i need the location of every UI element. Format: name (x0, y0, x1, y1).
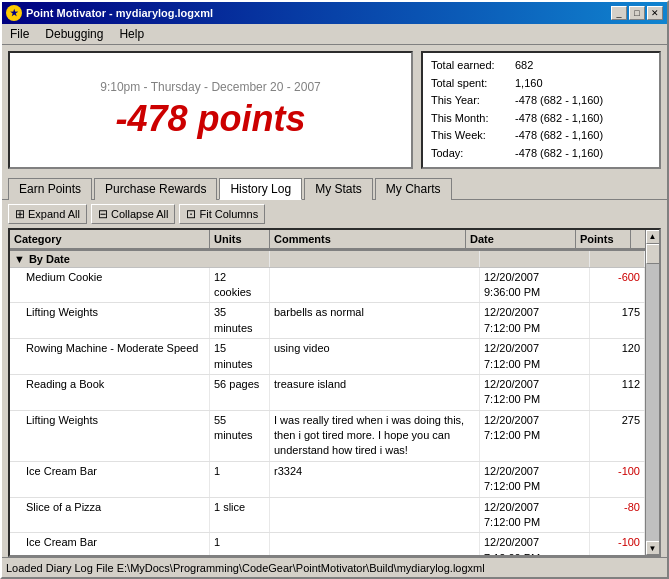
cell-category: Medium Cookie (10, 268, 210, 303)
datetime-points-box: 9:10pm - Thursday - December 20 - 2007 -… (8, 51, 413, 169)
expand-all-button[interactable]: ⊞ Expand All (8, 204, 87, 224)
this-week-label: This Week: (431, 127, 511, 145)
toolbar: ⊞ Expand All ⊟ Collapse All ⊡ Fit Column… (2, 200, 667, 228)
cell-points: 275 (590, 411, 645, 461)
cell-points: -100 (590, 533, 645, 555)
cell-units: 56 pages (210, 375, 270, 410)
cell-date: 12/20/2007 7:12:00 PM (480, 375, 590, 410)
this-year-value: -478 (682 - 1,160) (515, 92, 603, 110)
tab-purchase-rewards[interactable]: Purchase Rewards (94, 178, 217, 200)
tab-my-charts[interactable]: My Charts (375, 178, 452, 200)
table-row[interactable]: Slice of a Pizza1 slice12/20/2007 7:12:0… (10, 498, 645, 534)
cell-units: 1 slice (210, 498, 270, 533)
table-row[interactable]: Lifting Weights35 minutesbarbells as nor… (10, 303, 645, 339)
tab-history-log[interactable]: History Log (219, 178, 302, 200)
cell-comments: using video (270, 339, 480, 374)
col-scroll-placeholder (631, 230, 645, 249)
cell-comments (270, 533, 480, 555)
total-spent-value: 1,160 (515, 75, 543, 93)
today-value: -478 (682 - 1,160) (515, 145, 603, 163)
table-row[interactable]: Ice Cream Bar112/20/2007 7:12:00 PM-100 (10, 533, 645, 555)
main-window: ★ Point Motivator - mydiarylog.logxml _ … (0, 0, 669, 579)
col-units: Units (210, 230, 270, 249)
cell-units: 15 minutes (210, 339, 270, 374)
table-row[interactable]: Rowing Machine - Moderate Speed15 minute… (10, 339, 645, 375)
group-label: By Date (29, 253, 70, 265)
scroll-up-button[interactable]: ▲ (646, 230, 660, 244)
today-label: Today: (431, 145, 511, 163)
cell-category: Lifting Weights (10, 303, 210, 338)
status-bar: Loaded Diary Log File E:\MyDocs\Programm… (2, 557, 667, 577)
fit-columns-label: Fit Columns (199, 208, 258, 220)
scroll-track[interactable] (646, 244, 660, 541)
close-button[interactable]: ✕ (647, 6, 663, 20)
this-month-label: This Month: (431, 110, 511, 128)
expand-all-icon: ⊞ (15, 207, 25, 221)
collapse-all-button[interactable]: ⊟ Collapse All (91, 204, 175, 224)
total-spent-label: Total spent: (431, 75, 511, 93)
expand-all-label: Expand All (28, 208, 80, 220)
vertical-scrollbar[interactable]: ▲ ▼ (645, 230, 659, 555)
minimize-button[interactable]: _ (611, 6, 627, 20)
cell-units: 1 (210, 462, 270, 497)
cell-category: Rowing Machine - Moderate Speed (10, 339, 210, 374)
table-row[interactable]: Medium Cookie12 cookies12/20/2007 9:36:0… (10, 268, 645, 304)
tabs-bar: Earn Points Purchase Rewards History Log… (2, 177, 667, 200)
cell-comments: treasure island (270, 375, 480, 410)
menu-help[interactable]: Help (115, 26, 148, 42)
table-row[interactable]: Ice Cream Bar1r332412/20/2007 7:12:00 PM… (10, 462, 645, 498)
col-points: Points (576, 230, 631, 249)
title-buttons: _ □ ✕ (611, 6, 663, 20)
table-body[interactable]: ▼ By Date Medium Cookie12 cookies12/20/2… (10, 251, 645, 555)
group-expand-icon[interactable]: ▼ (14, 253, 25, 265)
col-category: Category (10, 230, 210, 249)
table-row[interactable]: Lifting Weights55 minutesI was really ti… (10, 411, 645, 462)
cell-date: 12/20/2007 7:12:00 PM (480, 533, 590, 555)
scroll-down-button[interactable]: ▼ (646, 541, 660, 555)
cell-points: 112 (590, 375, 645, 410)
cell-category: Ice Cream Bar (10, 533, 210, 555)
cell-points: -80 (590, 498, 645, 533)
cell-category: Slice of a Pizza (10, 498, 210, 533)
scroll-thumb[interactable] (646, 244, 660, 264)
cell-date: 12/20/2007 7:12:00 PM (480, 462, 590, 497)
cell-category: Lifting Weights (10, 411, 210, 461)
cell-comments: barbells as normal (270, 303, 480, 338)
cell-units: 12 cookies (210, 268, 270, 303)
maximize-button[interactable]: □ (629, 6, 645, 20)
cell-points: -600 (590, 268, 645, 303)
tab-my-stats[interactable]: My Stats (304, 178, 373, 200)
cell-comments (270, 268, 480, 303)
title-bar-left: ★ Point Motivator - mydiarylog.logxml (6, 5, 213, 21)
fit-columns-button[interactable]: ⊡ Fit Columns (179, 204, 265, 224)
cell-points: -100 (590, 462, 645, 497)
status-text: Loaded Diary Log File E:\MyDocs\Programm… (6, 562, 485, 574)
points-display: -478 points (115, 98, 305, 140)
col-comments: Comments (270, 230, 466, 249)
menu-debugging[interactable]: Debugging (41, 26, 107, 42)
table-container: Category Units Comments Date Points ▼ By… (8, 228, 661, 557)
cell-points: 175 (590, 303, 645, 338)
cell-units: 55 minutes (210, 411, 270, 461)
collapse-all-icon: ⊟ (98, 207, 108, 221)
total-earned-value: 682 (515, 57, 533, 75)
tab-earn-points[interactable]: Earn Points (8, 178, 92, 200)
title-bar: ★ Point Motivator - mydiarylog.logxml _ … (2, 2, 667, 24)
this-month-value: -478 (682 - 1,160) (515, 110, 603, 128)
cell-comments: r3324 (270, 462, 480, 497)
cell-date: 12/20/2007 7:12:00 PM (480, 498, 590, 533)
menubar: File Debugging Help (2, 24, 667, 45)
collapse-all-label: Collapse All (111, 208, 168, 220)
this-week-value: -478 (682 - 1,160) (515, 127, 603, 145)
cell-date: 12/20/2007 7:12:00 PM (480, 303, 590, 338)
cell-date: 12/20/2007 7:12:00 PM (480, 411, 590, 461)
top-panel: 9:10pm - Thursday - December 20 - 2007 -… (2, 45, 667, 175)
total-earned-label: Total earned: (431, 57, 511, 75)
menu-file[interactable]: File (6, 26, 33, 42)
app-icon: ★ (6, 5, 22, 21)
group-cell: ▼ By Date (10, 251, 210, 267)
table-row[interactable]: Reading a Book56 pagestreasure island12/… (10, 375, 645, 411)
col-date: Date (466, 230, 576, 249)
table-header: Category Units Comments Date Points (10, 230, 645, 251)
datetime-text: 9:10pm - Thursday - December 20 - 2007 (100, 80, 321, 94)
